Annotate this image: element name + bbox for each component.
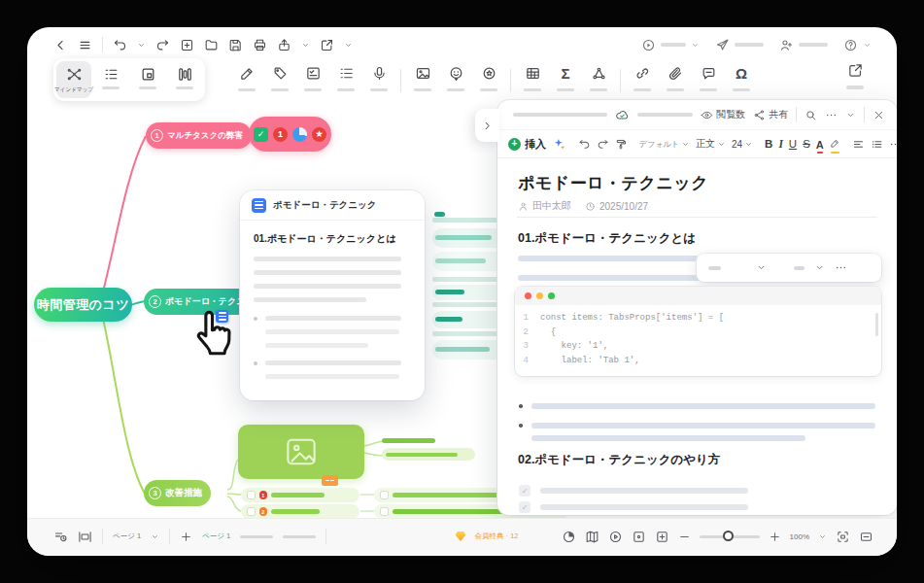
insert-button[interactable]: + 挿入: [508, 137, 546, 152]
caret-icon[interactable]: [301, 41, 310, 50]
paragraph-style-select[interactable]: 正文: [696, 137, 726, 151]
collab-button[interactable]: [779, 38, 828, 52]
views-counter[interactable]: 閲覧数: [701, 108, 745, 121]
upgrade-label[interactable]: 会員特典 · 12: [475, 532, 519, 541]
search-icon[interactable]: [804, 109, 817, 121]
view-tool-mindmap[interactable]: マインドマップ: [56, 61, 91, 98]
mic-tool-button[interactable]: [362, 61, 395, 91]
zoom-out-icon[interactable]: [678, 531, 691, 543]
caret-icon[interactable]: [344, 41, 353, 50]
pencil-tool-button[interactable]: [230, 61, 263, 91]
new-file-icon[interactable]: [180, 38, 194, 52]
task-card-tool-button[interactable]: [296, 61, 329, 91]
format-painter-icon[interactable]: [615, 138, 628, 151]
play-button[interactable]: [641, 38, 700, 52]
add-page-icon[interactable]: [180, 531, 192, 543]
map-overview-icon[interactable]: [585, 530, 599, 544]
code-block[interactable]: 1const items: TabsProps['items'] = [2 {3…: [515, 287, 881, 376]
close-panel-icon[interactable]: [873, 109, 885, 121]
redo-icon[interactable]: [155, 38, 170, 52]
page-tab-placeholder[interactable]: [283, 535, 316, 538]
view-tool-note-card[interactable]: [130, 61, 165, 98]
font-family-select[interactable]: デフォルト: [639, 139, 690, 150]
frame-view-icon[interactable]: [78, 530, 92, 544]
page-list-icon[interactable]: [53, 530, 68, 544]
print-icon[interactable]: [253, 38, 267, 52]
back-icon[interactable]: [53, 38, 68, 52]
page-tab-placeholder[interactable]: [240, 535, 273, 538]
zoom-percentage[interactable]: 100%: [790, 532, 809, 541]
chevron-down-icon[interactable]: [845, 110, 856, 120]
mindmap-node-3[interactable]: 3 改善措施: [144, 480, 211, 506]
italic-button[interactable]: I: [778, 138, 782, 150]
checkbox-checked[interactable]: ✓: [519, 485, 530, 497]
send-button[interactable]: [715, 38, 764, 52]
export-icon[interactable]: [277, 38, 291, 52]
chevron-down-icon[interactable]: [756, 262, 767, 273]
zoom-slider-knob[interactable]: [723, 531, 734, 541]
document-body[interactable]: ポモドーロ・テクニック 田中太郎 2025/10/27 01.ポモドーロ・テクニ…: [497, 158, 897, 515]
checkbox-checked[interactable]: ✓: [519, 501, 530, 513]
image-tool-button[interactable]: [406, 61, 439, 91]
bold-button[interactable]: B: [765, 138, 772, 150]
panel-collapse-button[interactable]: [475, 109, 499, 142]
ordered-list-tool-button[interactable]: [329, 61, 362, 91]
image-node[interactable]: [238, 425, 364, 479]
chevron-down-icon[interactable]: [818, 532, 827, 541]
help-button[interactable]: [843, 38, 872, 52]
export-tool-button[interactable]: [838, 58, 872, 89]
relation-tool-button[interactable]: [582, 61, 615, 91]
alignment-button[interactable]: [852, 138, 865, 151]
share-button[interactable]: 共有: [753, 108, 788, 121]
ai-assistant-icon[interactable]: [552, 137, 566, 152]
checkbox[interactable]: [380, 507, 389, 516]
link-tool-button[interactable]: [626, 61, 659, 91]
comment-tool-button[interactable]: [692, 61, 725, 91]
strikethrough-button[interactable]: S: [803, 138, 810, 150]
list-button[interactable]: [871, 138, 883, 151]
checklist-item[interactable]: 1: [241, 488, 359, 502]
more-options-icon[interactable]: [825, 109, 838, 121]
redo-icon[interactable]: [597, 138, 609, 151]
minimap-icon[interactable]: [859, 530, 873, 544]
undo-icon[interactable]: [578, 138, 591, 151]
inline-toolbar-popover[interactable]: [697, 254, 881, 282]
paperclip-tool-button[interactable]: [659, 61, 692, 91]
checkbox[interactable]: [247, 507, 256, 516]
save-icon[interactable]: [228, 38, 243, 52]
present-play-icon[interactable]: [608, 530, 623, 544]
popover-more-icon[interactable]: [835, 261, 847, 274]
table-tool-button[interactable]: [516, 61, 549, 91]
chevron-down-icon[interactable]: [151, 532, 159, 541]
undo-icon[interactable]: [113, 38, 127, 52]
page-selector-label[interactable]: ページ 1: [113, 532, 141, 541]
todo-line[interactable]: ✓: [519, 501, 748, 513]
zoom-slider[interactable]: [700, 531, 760, 542]
view-tool-kanban[interactable]: [167, 61, 202, 98]
tag-tool-button[interactable]: [263, 61, 296, 91]
view-tool-outline[interactable]: [93, 61, 128, 98]
caret-icon[interactable]: [137, 41, 146, 50]
active-page-tab[interactable]: ページ 1: [202, 532, 230, 541]
timer-icon[interactable]: [562, 530, 576, 544]
open-folder-icon[interactable]: [204, 38, 219, 52]
checkbox[interactable]: [247, 491, 256, 499]
add-frame-icon[interactable]: [655, 530, 669, 544]
chevron-down-icon[interactable]: [814, 262, 825, 273]
mindmap-center-node[interactable]: 時間管理のコツ: [34, 288, 132, 322]
share-window-icon[interactable]: [320, 38, 334, 52]
sticker-tool-button[interactable]: [472, 61, 505, 91]
font-size-select[interactable]: 24: [732, 139, 753, 150]
fit-screen-icon[interactable]: [836, 530, 850, 544]
emoji-tool-button[interactable]: [439, 61, 472, 91]
sigma-tool-button[interactable]: Σ: [549, 61, 582, 91]
todo-line[interactable]: ✓: [519, 485, 748, 497]
toolbar-more-icon[interactable]: [889, 138, 897, 151]
zoom-in-icon[interactable]: [769, 531, 781, 543]
mindmap-node-1[interactable]: 1 マルチタスクの弊害: [146, 122, 252, 149]
code-scrollbar[interactable]: [875, 313, 879, 336]
checklist-item[interactable]: 2: [241, 504, 359, 519]
focus-frame-icon[interactable]: [632, 530, 646, 544]
linked-doc-preview-card[interactable]: ポモドーロ・テクニック 01.ポモドーロ・テクニックとは: [240, 190, 425, 400]
highlight-color-button[interactable]: [830, 135, 840, 153]
